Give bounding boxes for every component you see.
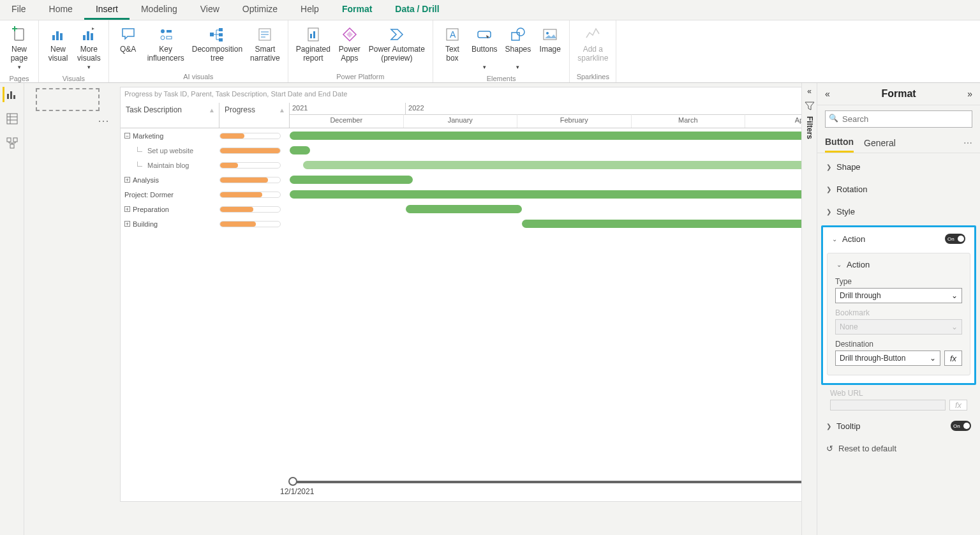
destination-fx-button[interactable]: fx xyxy=(944,350,962,366)
gantt-bar[interactable] xyxy=(290,132,850,140)
selected-button-visual[interactable] xyxy=(36,88,100,111)
expander-icon[interactable]: − xyxy=(124,133,130,139)
menu-optimize[interactable]: Optimize xyxy=(231,0,289,20)
reset-to-default[interactable]: ↺ Reset to default xyxy=(817,437,980,460)
shapes-button[interactable]: Shapes▾ xyxy=(501,23,535,74)
section-tooltip[interactable]: ❯ Tooltip On xyxy=(817,414,980,437)
buttons-button[interactable]: Buttons▾ xyxy=(468,23,501,74)
paginated-report-button[interactable]: Paginated report xyxy=(292,23,334,65)
new-page-button[interactable]: New page▾ xyxy=(4,23,34,74)
chevron-down-icon: ⌄ xyxy=(832,236,838,243)
section-style[interactable]: ❯Style xyxy=(817,200,980,223)
svg-rect-32 xyxy=(10,91,12,99)
svg-rect-5 xyxy=(60,33,63,40)
task-name: Marketing xyxy=(133,132,163,140)
svg-rect-3 xyxy=(52,35,55,40)
power-apps-icon xyxy=(339,26,360,43)
new-visual-button[interactable]: New visual xyxy=(43,23,73,65)
svg-rect-34 xyxy=(7,114,17,124)
task-name: Building xyxy=(133,220,158,228)
destination-label: Destination xyxy=(835,340,962,349)
more-visuals-icon xyxy=(78,26,99,43)
gantt-bar[interactable] xyxy=(290,176,413,184)
expander-icon[interactable]: + xyxy=(124,177,130,183)
svg-rect-39 xyxy=(13,138,17,142)
menu-view[interactable]: View xyxy=(189,0,231,20)
weburl-label: Web URL xyxy=(830,389,967,398)
progress-cell xyxy=(219,177,290,183)
section-action-inner[interactable]: ⌄ Action xyxy=(828,253,970,276)
svg-rect-12 xyxy=(167,36,172,39)
svg-rect-15 xyxy=(219,33,223,36)
menu-modeling[interactable]: Modeling xyxy=(130,0,189,20)
textbox-icon: A xyxy=(442,26,463,43)
bar-chart-icon xyxy=(48,26,68,43)
smart-narrative-button[interactable]: Smart narrative xyxy=(246,23,284,65)
filters-panel-collapsed[interactable]: « Filters xyxy=(801,83,817,535)
svg-rect-8 xyxy=(91,33,93,40)
svg-rect-10 xyxy=(167,30,172,33)
section-shape[interactable]: ❯Shape xyxy=(817,156,980,178)
collapse-icon: « xyxy=(807,87,812,96)
menu-file[interactable]: File xyxy=(0,0,38,20)
new-page-icon xyxy=(9,26,29,43)
gantt-bar[interactable] xyxy=(290,190,850,199)
format-tab-general[interactable]: General xyxy=(864,134,896,152)
svg-rect-16 xyxy=(219,38,223,41)
qa-button[interactable]: Q&A xyxy=(113,23,144,56)
sparkline-icon xyxy=(583,26,603,43)
svg-rect-23 xyxy=(313,31,315,38)
chevron-down-icon: ⌄ xyxy=(836,261,843,268)
expander-icon[interactable]: + xyxy=(124,206,130,212)
ribbon: New page▾ Pages New visual More visuals▾… xyxy=(0,20,980,83)
ribbon-group-ai: AI visuals xyxy=(109,72,288,82)
expand-right-icon[interactable]: » xyxy=(967,89,972,99)
more-visuals-button[interactable]: More visuals▾ xyxy=(73,23,105,74)
action-toggle[interactable]: On xyxy=(945,234,965,244)
format-search-input[interactable] xyxy=(825,110,972,128)
data-view-icon[interactable] xyxy=(4,111,20,126)
gantt-bar[interactable] xyxy=(290,146,310,154)
narrative-icon xyxy=(255,26,275,43)
expander-icon[interactable]: + xyxy=(124,221,130,227)
weburl-input xyxy=(830,400,946,411)
power-automate-button[interactable]: Power Automate (preview) xyxy=(365,23,429,65)
type-dropdown[interactable]: Drill through⌄ xyxy=(835,288,962,303)
report-view-icon[interactable] xyxy=(3,87,18,102)
column-progress[interactable]: Progress▲ xyxy=(219,103,290,128)
column-task[interactable]: Task Description▲ xyxy=(121,103,219,128)
model-view-icon[interactable] xyxy=(4,135,20,151)
decomposition-tree-button[interactable]: Decomposition tree xyxy=(188,23,246,65)
sparkline-button: Add a sparkline xyxy=(574,23,612,65)
text-box-button[interactable]: A Text box xyxy=(437,23,468,65)
power-apps-button[interactable]: Power Apps xyxy=(334,23,365,65)
menu-help[interactable]: Help xyxy=(289,0,330,20)
tooltip-toggle[interactable]: On xyxy=(951,421,971,431)
slider-handle-start[interactable] xyxy=(288,477,297,486)
gantt-bar[interactable] xyxy=(303,161,843,169)
menu-insert[interactable]: Insert xyxy=(84,0,130,20)
section-action[interactable]: ⌄ Action On xyxy=(823,227,974,250)
task-name: Analysis xyxy=(133,176,159,184)
chevron-right-icon: ❯ xyxy=(826,186,833,193)
search-icon: 🔍 xyxy=(829,114,838,123)
menu-home[interactable]: Home xyxy=(38,0,84,20)
destination-dropdown[interactable]: Drill through-Button⌄ xyxy=(835,350,940,366)
format-tab-button[interactable]: Button xyxy=(825,133,854,153)
format-tab-more[interactable]: ⋯ xyxy=(963,138,972,148)
svg-rect-26 xyxy=(478,31,491,38)
svg-point-11 xyxy=(161,36,165,40)
section-rotation[interactable]: ❯Rotation xyxy=(817,178,980,200)
expand-icon[interactable]: « xyxy=(825,89,830,99)
gantt-bar[interactable] xyxy=(406,205,522,213)
progress-cell xyxy=(219,133,290,139)
progress-cell xyxy=(219,162,290,169)
progress-cell xyxy=(219,206,290,213)
task-cell: +Analysis xyxy=(121,176,219,184)
visual-more-options[interactable]: ⋯ xyxy=(98,114,109,128)
image-button[interactable]: Image xyxy=(535,23,565,56)
key-influencers-button[interactable]: Key influencers xyxy=(144,23,188,65)
svg-rect-40 xyxy=(10,144,14,148)
menu-data-drill[interactable]: Data / Drill xyxy=(383,0,450,20)
menu-format[interactable]: Format xyxy=(330,0,383,20)
